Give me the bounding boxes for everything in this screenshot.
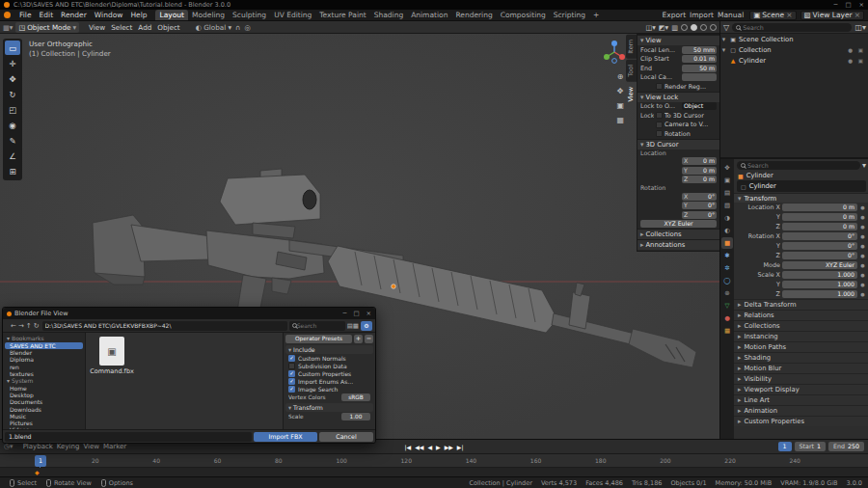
file-search[interactable] bbox=[289, 321, 345, 331]
system-folder-item[interactable]: Pictures bbox=[5, 420, 83, 426]
expand-caret-icon[interactable]: ▾ bbox=[720, 46, 727, 54]
n-panel-tab[interactable]: Tool bbox=[626, 60, 637, 82]
file-search-input[interactable] bbox=[297, 322, 342, 329]
transform-value-field[interactable]: 0° bbox=[782, 232, 857, 240]
menu-item[interactable]: Window bbox=[91, 11, 127, 19]
properties-tab[interactable]: ▤ bbox=[721, 187, 733, 199]
transport-button[interactable]: ▶▶ bbox=[445, 444, 453, 450]
transform-value-field[interactable]: 0 m bbox=[782, 213, 857, 221]
viewport-menu-item[interactable]: Select bbox=[108, 23, 135, 32]
mode-selector[interactable]: ◳Object Mode▾ bbox=[15, 22, 79, 33]
file-nav-icon[interactable]: ↑ bbox=[25, 322, 33, 330]
properties-collapsed-section[interactable]: ▸Visibility bbox=[734, 373, 868, 384]
window-button[interactable]: × bbox=[366, 310, 371, 317]
value-field[interactable]: 0.01 m bbox=[682, 55, 717, 63]
render-region-checkbox[interactable]: ✓ bbox=[656, 83, 663, 90]
workspace-tab[interactable]: Texture Paint bbox=[315, 10, 369, 20]
properties-tab[interactable]: ◯ bbox=[721, 275, 733, 286]
properties-collapsed-section[interactable]: ▸Motion Blur bbox=[734, 363, 868, 373]
tool-button[interactable]: ↻ bbox=[5, 87, 20, 101]
transport-button[interactable]: ▶| bbox=[457, 444, 464, 450]
transport-button[interactable]: ▶ bbox=[436, 444, 441, 450]
tool-button[interactable]: ✎ bbox=[5, 133, 20, 148]
file-list-area[interactable]: ▣ Command.fbx bbox=[86, 333, 283, 429]
transform-value-field[interactable]: 1.000 bbox=[782, 290, 857, 298]
outliner-search[interactable] bbox=[732, 23, 852, 32]
axis-value-field[interactable]: Z0 m bbox=[682, 176, 717, 183]
navigation-gizmo[interactable] bbox=[602, 40, 627, 65]
view-lock-checkbox[interactable]: ✓ bbox=[656, 122, 663, 128]
viewport-menu-item[interactable]: Object bbox=[154, 23, 182, 32]
view-layer-selector[interactable]: ▧View Layer× bbox=[800, 11, 864, 20]
properties-tab[interactable]: ◐ bbox=[721, 225, 733, 236]
lock-object-field[interactable]: Object bbox=[682, 102, 717, 110]
animate-property-icon[interactable]: ● bbox=[859, 233, 866, 239]
shading-material-icon[interactable] bbox=[700, 24, 707, 31]
vertex-colors-dropdown[interactable]: sRGB bbox=[341, 393, 370, 401]
bookmarks-section-header[interactable]: ▾Bookmarks bbox=[3, 335, 85, 342]
path-input[interactable] bbox=[45, 322, 285, 329]
keyframe-diamond-icon[interactable]: ◆ bbox=[35, 469, 40, 475]
section-header-view-lock[interactable]: ▾View Lock bbox=[637, 92, 719, 102]
system-section-header[interactable]: ▾System bbox=[3, 377, 85, 385]
timeline-ruler[interactable]: 20406080100120140160180200220240 1 bbox=[0, 454, 868, 468]
properties-tab[interactable]: ✥ bbox=[721, 162, 733, 174]
viewport-nav-icon[interactable]: ⊕ bbox=[616, 72, 624, 81]
include-checkbox[interactable]: ✓ bbox=[288, 378, 295, 385]
transport-button[interactable]: |◀ bbox=[405, 444, 412, 450]
workspace-tab[interactable]: Modeling bbox=[188, 10, 229, 20]
menu-item[interactable]: Help bbox=[126, 11, 150, 19]
bookmark-item[interactable]: Blender bbox=[5, 349, 83, 356]
properties-collapsed-section[interactable]: ▸Line Art bbox=[734, 394, 868, 405]
properties-tab[interactable]: ✱ bbox=[721, 250, 733, 261]
system-folder-item[interactable]: Home bbox=[5, 385, 83, 392]
include-option-row[interactable]: ✓ Import Enums As... bbox=[285, 377, 373, 385]
n-panel-tab[interactable]: Item bbox=[626, 35, 637, 59]
transport-button[interactable]: ◀◀ bbox=[415, 444, 423, 450]
shading-wireframe-icon[interactable] bbox=[681, 24, 688, 31]
viewport-menu-item[interactable]: View bbox=[86, 23, 108, 32]
viewport-nav-icon[interactable]: ▦ bbox=[616, 116, 624, 124]
transform-value-field[interactable]: 0° bbox=[782, 242, 857, 250]
file-nav-icon[interactable]: → bbox=[17, 322, 25, 330]
file-nav-icon[interactable]: ↻ bbox=[33, 322, 41, 330]
window-button[interactable]: ─ bbox=[342, 310, 346, 317]
transport-button[interactable]: ◀ bbox=[427, 444, 432, 450]
menu-item[interactable]: File bbox=[15, 11, 36, 19]
outliner-row[interactable]: ▾ ▢ Collection ● ▣ bbox=[720, 44, 868, 55]
playhead[interactable]: 1 bbox=[35, 455, 46, 467]
unlink-icon[interactable]: × bbox=[786, 11, 792, 19]
properties-collapsed-section[interactable]: ▸Shading bbox=[734, 352, 868, 363]
include-checkbox[interactable]: ✓ bbox=[288, 363, 295, 369]
properties-collapsed-section[interactable]: ▸Collections bbox=[734, 320, 868, 331]
scene-selector[interactable]: ▣Scene× bbox=[749, 11, 796, 20]
file-nav-icon[interactable]: ← bbox=[10, 322, 17, 330]
display-mode-icons[interactable]: ▤▦ bbox=[347, 322, 359, 330]
properties-tab[interactable]: ● bbox=[721, 312, 733, 324]
outliner-row[interactable]: ▲ Cylinder ● ▣ bbox=[720, 55, 868, 66]
workspace-tab[interactable]: Shading bbox=[370, 10, 407, 20]
window-button[interactable]: × bbox=[859, 1, 864, 9]
transform-value-field[interactable]: 1.000 bbox=[782, 281, 857, 288]
collapsed-section-header[interactable]: ▸Collections bbox=[637, 229, 719, 239]
expand-caret-icon[interactable]: ▾ bbox=[720, 36, 727, 43]
viewport-nav-icon[interactable]: ✥ bbox=[616, 87, 624, 95]
workspace-tab[interactable]: Rendering bbox=[451, 10, 496, 20]
n-panel-tab[interactable]: View bbox=[626, 82, 637, 106]
include-option-row[interactable]: ✓ Custom Normals bbox=[285, 354, 373, 362]
axis-value-field[interactable]: X0 m bbox=[682, 157, 717, 165]
tool-button[interactable]: ◰ bbox=[5, 102, 20, 117]
tool-button[interactable]: ∠ bbox=[5, 149, 20, 163]
current-frame-field[interactable]: 1 bbox=[778, 442, 792, 451]
animate-property-icon[interactable]: ● bbox=[859, 282, 866, 287]
file-item[interactable]: ▣ Command.fbx bbox=[90, 337, 134, 375]
tool-button[interactable]: ◉ bbox=[5, 118, 20, 132]
value-field[interactable]: 50 mm bbox=[682, 46, 717, 54]
path-field[interactable] bbox=[42, 321, 287, 331]
include-option-row[interactable]: ✓ Subdivision Data bbox=[285, 362, 373, 369]
workspace-tab[interactable]: Scripting bbox=[550, 10, 589, 20]
cancel-button[interactable]: Cancel bbox=[319, 432, 373, 442]
object-name-field[interactable]: ▢ Cylinder bbox=[737, 180, 866, 192]
file-browser-titlebar[interactable]: Blender File View ─□× bbox=[3, 308, 375, 319]
rotation-order-dropdown[interactable]: XYZ Euler bbox=[640, 220, 717, 228]
